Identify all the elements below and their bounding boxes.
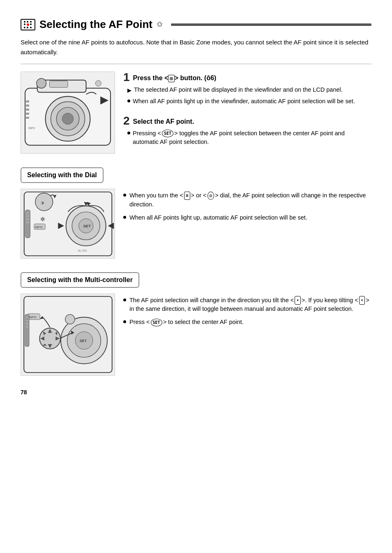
multi-ctrl-icon-1: ✦: [295, 296, 301, 305]
svg-text:AL ISO: AL ISO: [78, 249, 87, 252]
multi-image: SET INFO: [21, 294, 115, 376]
svg-rect-27: [26, 221, 29, 223]
svg-point-7: [95, 81, 101, 86]
dial-bullet-2: When all AF points light up, automatic A…: [123, 213, 371, 222]
step-1: 1 Press the <⊞> button. (ô6) ▶ The selec…: [123, 72, 371, 106]
step-1-title: Press the <⊞> button. (ô6): [133, 72, 217, 83]
set-icon: SET: [162, 130, 173, 137]
step-1-header: 1 Press the <⊞> button. (ô6): [123, 72, 371, 83]
camera-image-col: INFO: [21, 72, 115, 156]
svg-text:SET: SET: [83, 224, 91, 228]
dial-section: Selecting with the Dial SET: [21, 167, 371, 259]
svg-text:◑: ◑: [40, 200, 44, 204]
dial-section-text: When you turn the <≋> or <◎> dial, the A…: [123, 189, 371, 226]
dial-image: SET ◑: [21, 189, 115, 259]
svg-text:INFO: INFO: [28, 315, 36, 319]
dot-icon: [127, 99, 130, 102]
step-2-bullet-1: Pressing <SET> toggles the AF point sele…: [127, 129, 371, 147]
step-1-bullet-2: When all AF points light up in the viewf…: [127, 97, 371, 106]
step-2: 2 Select the AF point. Pressing <SET> to…: [123, 115, 371, 147]
steps-text-col: 1 Press the <⊞> button. (ô6) ▶ The selec…: [123, 72, 371, 156]
svg-rect-23: [25, 210, 30, 238]
multi-svg: SET INFO: [22, 294, 114, 375]
svg-rect-55: [25, 319, 28, 321]
step-2-header: 2 Select the AF point.: [123, 115, 371, 127]
step-2-number: 2: [123, 115, 130, 127]
svg-rect-56: [25, 323, 28, 324]
multi-bullet-1: The AF point selection will change in th…: [123, 296, 371, 314]
multi-bullet-2: Press <SET> to select the center AF poin…: [123, 318, 371, 327]
svg-rect-25: [26, 215, 29, 217]
multi-section-text: The AF point selection will change in th…: [123, 294, 371, 331]
dial-bullet-1: When you turn the <≋> or <◎> dial, the A…: [123, 191, 371, 209]
camera-svg: INFO: [21, 72, 115, 153]
af-icon: [21, 19, 35, 30]
dial-bullets: When you turn the <≋> or <◎> dial, the A…: [123, 191, 371, 222]
svg-rect-54: [25, 317, 28, 318]
star-icon: ✩: [157, 19, 163, 30]
svg-rect-57: [25, 326, 28, 328]
step-2-bullets: Pressing <SET> toggles the AF point sele…: [127, 129, 371, 147]
svg-rect-24: [26, 212, 29, 214]
multi-bullets: The AF point selection will change in th…: [123, 296, 371, 327]
dot-icon-5: [123, 298, 126, 301]
multi-image-col: SET INFO: [21, 294, 115, 376]
svg-rect-9: [26, 100, 29, 102]
step-2-title: Select the AF point.: [133, 115, 194, 127]
svg-rect-13: [26, 117, 29, 119]
steps-section: INFO 1 Press the <⊞> button. (ô6) ▶ The …: [21, 72, 371, 156]
intro-text: Select one of the nine AF points to auto…: [21, 37, 371, 57]
set-icon-2: SET: [151, 319, 162, 326]
svg-rect-12: [26, 113, 29, 115]
dial-image-col: SET ◑: [21, 189, 115, 259]
svg-rect-6: [49, 81, 68, 88]
step-1-bullets: ▶ The selected AF point will be displaye…: [127, 86, 371, 106]
page-title: Selecting the AF Point: [39, 16, 152, 32]
step-1-bullet-1: ▶ The selected AF point will be displaye…: [127, 86, 371, 95]
dot-icon-4: [123, 216, 126, 219]
multi-ctrl-icon-2: ✦: [359, 296, 365, 305]
main-dial-icon: ≋: [184, 192, 190, 200]
svg-point-8: [37, 79, 46, 88]
step-1-number: 1: [123, 72, 130, 83]
multi-section: Selecting with the Multi-controller SET: [21, 272, 371, 376]
dot-icon-3: [123, 194, 126, 197]
svg-rect-11: [26, 109, 29, 111]
svg-point-50: [65, 315, 74, 324]
svg-point-5: [62, 113, 74, 125]
page-title-row: Selecting the AF Point ✩: [21, 16, 371, 32]
camera-image: INFO: [21, 72, 115, 154]
svg-text:INFO: INFO: [35, 225, 42, 229]
title-bar: [171, 23, 371, 26]
multi-section-label: Selecting with the Multi-controller: [21, 272, 139, 288]
dial-section-label: Selecting with the Dial: [21, 167, 104, 183]
dot-icon-6: [123, 320, 126, 323]
svg-text:SET: SET: [79, 339, 87, 343]
page-number: 78: [21, 388, 371, 397]
dot-icon-2: [127, 132, 130, 134]
svg-text:INFO: INFO: [28, 127, 35, 130]
quick-dial-icon: ◎: [208, 192, 214, 200]
section-divider: [21, 64, 371, 64]
svg-rect-26: [26, 218, 29, 220]
dial-section-content: SET ◑: [21, 189, 371, 259]
svg-rect-10: [26, 104, 29, 106]
svg-rect-53: [25, 315, 29, 347]
arrow-icon: ▶: [127, 86, 131, 95]
svg-text:✲: ✲: [40, 216, 45, 222]
dial-svg: SET ◑: [22, 190, 114, 258]
multi-section-content: SET INFO: [21, 294, 371, 376]
